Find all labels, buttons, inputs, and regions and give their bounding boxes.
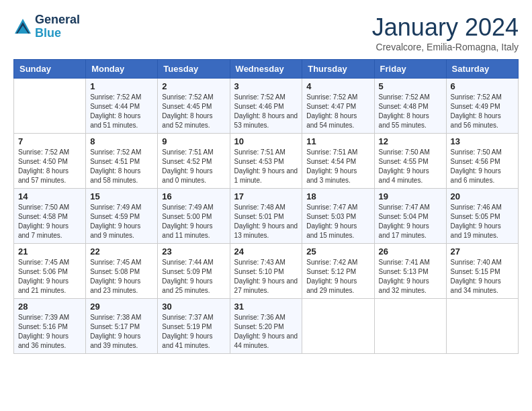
day-info: Sunrise: 7:51 AMSunset: 4:52 PMDaylight:… — [162, 148, 225, 185]
calendar-cell: 31Sunrise: 7:36 AMSunset: 5:20 PMDayligh… — [230, 299, 302, 354]
day-info: Sunrise: 7:52 AMSunset: 4:46 PMDaylight:… — [234, 93, 298, 130]
calendar-cell: 27Sunrise: 7:40 AMSunset: 5:15 PMDayligh… — [446, 244, 518, 299]
day-info: Sunrise: 7:38 AMSunset: 5:17 PMDaylight:… — [90, 313, 153, 351]
title-block: January 2024 Crevalcore, Emilia-Romagna,… — [372, 13, 519, 52]
calendar-cell: 19Sunrise: 7:47 AMSunset: 5:04 PMDayligh… — [374, 189, 446, 244]
calendar-cell: 30Sunrise: 7:37 AMSunset: 5:19 PMDayligh… — [158, 299, 230, 354]
day-info: Sunrise: 7:45 AMSunset: 5:06 PMDaylight:… — [18, 258, 81, 295]
calendar-cell: 23Sunrise: 7:44 AMSunset: 5:09 PMDayligh… — [158, 244, 230, 299]
day-number: 17 — [234, 191, 298, 201]
calendar-week-1: 1Sunrise: 7:52 AMSunset: 4:44 PMDaylight… — [14, 79, 519, 134]
calendar-cell: 10Sunrise: 7:51 AMSunset: 4:53 PMDayligh… — [230, 134, 302, 189]
day-number: 20 — [451, 191, 514, 201]
calendar-cell: 11Sunrise: 7:51 AMSunset: 4:54 PMDayligh… — [302, 134, 374, 189]
day-info: Sunrise: 7:52 AMSunset: 4:45 PMDaylight:… — [162, 93, 225, 130]
day-number: 31 — [234, 302, 298, 312]
day-number: 18 — [306, 191, 369, 201]
calendar-table: SundayMondayTuesdayWednesdayThursdayFrid… — [13, 59, 519, 354]
day-info: Sunrise: 7:49 AMSunset: 4:59 PMDaylight:… — [90, 203, 153, 240]
day-info: Sunrise: 7:49 AMSunset: 5:00 PMDaylight:… — [162, 203, 225, 240]
day-number: 19 — [379, 191, 442, 201]
calendar-title: January 2024 — [372, 13, 519, 42]
day-number: 9 — [162, 136, 225, 146]
day-number: 5 — [379, 81, 442, 91]
day-number: 10 — [234, 136, 298, 146]
day-info: Sunrise: 7:51 AMSunset: 4:53 PMDaylight:… — [234, 148, 298, 185]
day-number: 7 — [18, 136, 81, 146]
day-info: Sunrise: 7:37 AMSunset: 5:19 PMDaylight:… — [162, 313, 225, 351]
day-info: Sunrise: 7:50 AMSunset: 4:58 PMDaylight:… — [18, 203, 81, 240]
weekday-header-friday: Friday — [374, 60, 446, 79]
day-number: 11 — [306, 136, 369, 146]
day-number: 27 — [451, 246, 514, 257]
day-info: Sunrise: 7:50 AMSunset: 4:56 PMDaylight:… — [451, 148, 514, 185]
day-info: Sunrise: 7:47 AMSunset: 5:03 PMDaylight:… — [306, 203, 369, 240]
day-info: Sunrise: 7:52 AMSunset: 4:50 PMDaylight:… — [18, 148, 81, 185]
day-info: Sunrise: 7:40 AMSunset: 5:15 PMDaylight:… — [451, 258, 514, 295]
day-number: 15 — [90, 191, 153, 201]
logo-icon — [13, 17, 32, 36]
calendar-cell: 8Sunrise: 7:52 AMSunset: 4:51 PMDaylight… — [86, 134, 158, 189]
calendar-cell: 5Sunrise: 7:52 AMSunset: 4:48 PMDaylight… — [374, 79, 446, 134]
calendar-cell: 21Sunrise: 7:45 AMSunset: 5:06 PMDayligh… — [14, 244, 86, 299]
day-number: 12 — [379, 136, 442, 146]
weekday-header-monday: Monday — [86, 60, 158, 79]
day-number: 4 — [306, 81, 369, 91]
day-info: Sunrise: 7:44 AMSunset: 5:09 PMDaylight:… — [162, 258, 225, 295]
day-number: 3 — [234, 81, 298, 91]
calendar-cell: 12Sunrise: 7:50 AMSunset: 4:55 PMDayligh… — [374, 134, 446, 189]
weekday-header-row: SundayMondayTuesdayWednesdayThursdayFrid… — [14, 60, 519, 79]
calendar-week-2: 7Sunrise: 7:52 AMSunset: 4:50 PMDaylight… — [14, 134, 519, 189]
weekday-header-saturday: Saturday — [446, 60, 518, 79]
day-number: 22 — [90, 246, 153, 257]
calendar-cell: 7Sunrise: 7:52 AMSunset: 4:50 PMDaylight… — [14, 134, 86, 189]
day-number: 23 — [162, 246, 225, 257]
calendar-week-4: 21Sunrise: 7:45 AMSunset: 5:06 PMDayligh… — [14, 244, 519, 299]
day-number: 29 — [90, 302, 153, 312]
day-number: 24 — [234, 246, 298, 257]
day-info: Sunrise: 7:45 AMSunset: 5:08 PMDaylight:… — [90, 258, 153, 295]
calendar-cell: 15Sunrise: 7:49 AMSunset: 4:59 PMDayligh… — [86, 189, 158, 244]
calendar-cell — [302, 299, 374, 354]
calendar-cell: 9Sunrise: 7:51 AMSunset: 4:52 PMDaylight… — [158, 134, 230, 189]
day-number: 6 — [451, 81, 514, 91]
day-info: Sunrise: 7:48 AMSunset: 5:01 PMDaylight:… — [234, 203, 298, 240]
calendar-cell: 18Sunrise: 7:47 AMSunset: 5:03 PMDayligh… — [302, 189, 374, 244]
calendar-cell: 13Sunrise: 7:50 AMSunset: 4:56 PMDayligh… — [446, 134, 518, 189]
day-number: 25 — [306, 246, 369, 257]
day-info: Sunrise: 7:43 AMSunset: 5:10 PMDaylight:… — [234, 258, 298, 295]
calendar-cell: 29Sunrise: 7:38 AMSunset: 5:17 PMDayligh… — [86, 299, 158, 354]
calendar-cell: 4Sunrise: 7:52 AMSunset: 4:47 PMDaylight… — [302, 79, 374, 134]
calendar-subtitle: Crevalcore, Emilia-Romagna, Italy — [372, 42, 519, 52]
page-header: General Blue January 2024 Crevalcore, Em… — [13, 13, 519, 52]
day-info: Sunrise: 7:51 AMSunset: 4:54 PMDaylight:… — [306, 148, 369, 185]
calendar-cell: 1Sunrise: 7:52 AMSunset: 4:44 PMDaylight… — [86, 79, 158, 134]
day-info: Sunrise: 7:50 AMSunset: 4:55 PMDaylight:… — [379, 148, 442, 185]
calendar-week-3: 14Sunrise: 7:50 AMSunset: 4:58 PMDayligh… — [14, 189, 519, 244]
calendar-cell — [446, 299, 518, 354]
day-info: Sunrise: 7:52 AMSunset: 4:44 PMDaylight:… — [90, 93, 153, 130]
day-number: 16 — [162, 191, 225, 201]
weekday-header-sunday: Sunday — [14, 60, 86, 79]
day-info: Sunrise: 7:36 AMSunset: 5:20 PMDaylight:… — [234, 313, 298, 351]
day-number: 8 — [90, 136, 153, 146]
calendar-week-5: 28Sunrise: 7:39 AMSunset: 5:16 PMDayligh… — [14, 299, 519, 354]
calendar-cell: 25Sunrise: 7:42 AMSunset: 5:12 PMDayligh… — [302, 244, 374, 299]
calendar-cell: 16Sunrise: 7:49 AMSunset: 5:00 PMDayligh… — [158, 189, 230, 244]
day-number: 13 — [451, 136, 514, 146]
day-info: Sunrise: 7:42 AMSunset: 5:12 PMDaylight:… — [306, 258, 369, 295]
calendar-cell: 28Sunrise: 7:39 AMSunset: 5:16 PMDayligh… — [14, 299, 86, 354]
calendar-cell — [374, 299, 446, 354]
day-number: 1 — [90, 81, 153, 91]
calendar-cell: 24Sunrise: 7:43 AMSunset: 5:10 PMDayligh… — [230, 244, 302, 299]
day-info: Sunrise: 7:52 AMSunset: 4:51 PMDaylight:… — [90, 148, 153, 185]
calendar-cell: 3Sunrise: 7:52 AMSunset: 4:46 PMDaylight… — [230, 79, 302, 134]
day-info: Sunrise: 7:52 AMSunset: 4:47 PMDaylight:… — [306, 93, 369, 130]
calendar-cell: 17Sunrise: 7:48 AMSunset: 5:01 PMDayligh… — [230, 189, 302, 244]
day-number: 2 — [162, 81, 225, 91]
calendar-cell: 20Sunrise: 7:46 AMSunset: 5:05 PMDayligh… — [446, 189, 518, 244]
calendar-cell: 6Sunrise: 7:52 AMSunset: 4:49 PMDaylight… — [446, 79, 518, 134]
day-info: Sunrise: 7:41 AMSunset: 5:13 PMDaylight:… — [379, 258, 442, 295]
calendar-cell — [14, 79, 86, 134]
day-info: Sunrise: 7:52 AMSunset: 4:48 PMDaylight:… — [379, 93, 442, 130]
